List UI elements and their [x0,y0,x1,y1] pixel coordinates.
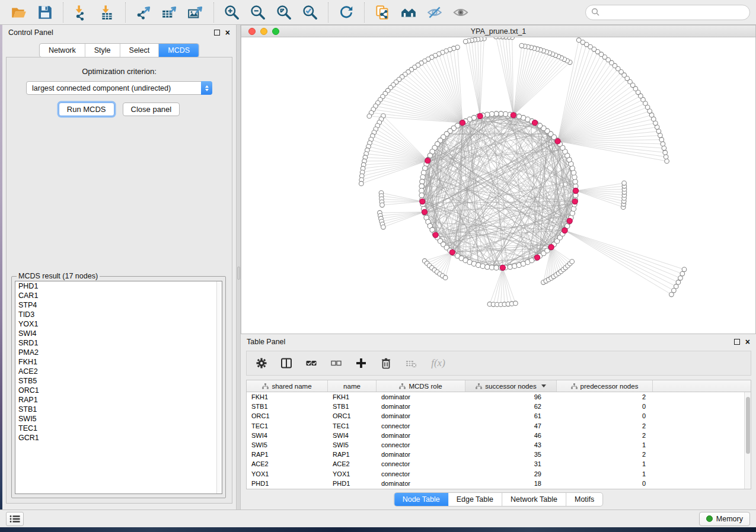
splitter-grip-icon[interactable] [237,267,240,280]
network-hub-node[interactable] [425,158,430,164]
column-header-successor-nodes[interactable]: successor nodes [465,380,557,392]
network-node[interactable] [572,175,577,180]
run-mcds-button[interactable]: Run MCDS [59,102,114,116]
mcds-result-scrollbar[interactable] [216,281,222,493]
network-node[interactable] [672,289,677,293]
import-network-button[interactable] [68,1,94,24]
table-row[interactable]: YOX1YOX1connector291 [247,469,744,479]
clone-network-button[interactable] [369,1,395,24]
network-canvas[interactable] [241,37,755,334]
network-node[interactable] [573,179,578,184]
network-node[interactable] [499,111,503,116]
select-all-columns-button[interactable] [304,355,319,371]
network-node[interactable] [485,264,490,269]
mcds-result-item[interactable]: TEC1 [15,424,222,433]
network-hub-node[interactable] [572,199,578,204]
table-row[interactable]: FKH1FKH1dominator962 [247,392,744,402]
network-node[interactable] [443,275,448,280]
network-node[interactable] [420,179,425,184]
tab-node-table[interactable]: Node Table [394,493,448,506]
export-network-button[interactable] [130,1,157,24]
first-neighbors-button[interactable] [395,1,422,24]
network-node[interactable] [463,39,468,44]
network-node[interactable] [674,284,679,289]
close-panel-icon[interactable]: × [225,30,230,36]
table-scrollbar[interactable] [744,392,751,489]
column-header-MCDS-role[interactable]: MCDS role [377,380,465,392]
hide-selected-button[interactable] [422,1,448,24]
network-node[interactable] [419,184,424,188]
table-row[interactable]: SWI4SWI4dominator462 [247,431,744,440]
float-table-panel-icon[interactable] [734,339,740,345]
tab-network-table[interactable]: Network Table [502,493,566,506]
mcds-result-item[interactable]: STB5 [15,376,222,386]
mcds-result-item[interactable]: TID3 [15,310,222,319]
network-view-titlebar[interactable]: YPA_prune.txt_1 [241,25,755,37]
mcds-result-item[interactable]: SRD1 [15,338,222,348]
mcds-result-list[interactable]: PHD1CAR1STP4TID3YOX1SWI4SRD1PMA2FKH1ACE2… [15,281,222,494]
column-header-shared-name[interactable]: shared name [247,380,328,392]
network-node[interactable] [513,301,518,306]
mcds-result-item[interactable]: YOX1 [15,319,222,329]
network-node[interactable] [665,159,669,164]
network-hub-node[interactable] [548,245,554,250]
zoom-selected-button[interactable] [297,1,323,24]
mcds-result-item[interactable]: ORC1 [15,386,222,395]
tab-edge-table[interactable]: Edge Table [448,493,502,506]
network-node[interactable] [489,111,494,116]
network-node[interactable] [659,137,664,142]
table-row[interactable]: ACE2ACE2connector311 [247,459,744,469]
mcds-result-item[interactable]: RAP1 [15,395,222,405]
zoom-in-button[interactable] [219,1,245,24]
save-session-button[interactable] [32,1,58,24]
close-panel-button[interactable]: Close panel [123,102,180,116]
tab-network[interactable]: Network [40,44,85,57]
table-row[interactable]: PHD1PHD1dominator180 [247,479,744,488]
network-node[interactable] [519,43,524,48]
tab-motifs[interactable]: Motifs [566,493,602,506]
export-image-button[interactable] [183,1,209,24]
table-row[interactable]: RAP1RAP1dominator352 [247,450,744,459]
search-box[interactable] [585,5,750,20]
network-hub-node[interactable] [420,199,425,204]
network-node[interactable] [570,259,575,264]
task-history-button[interactable] [6,512,24,526]
network-node[interactable] [622,181,627,185]
network-hub-node[interactable] [422,209,427,214]
mcds-result-item[interactable]: STB1 [15,405,222,414]
network-hub-node[interactable] [555,139,560,144]
import-table-button[interactable] [94,1,120,24]
deselect-all-columns-button[interactable] [328,355,344,371]
delete-column-button[interactable] [378,355,394,371]
tab-style[interactable]: Style [85,44,120,57]
network-hub-node[interactable] [433,232,438,238]
network-node[interactable] [571,206,576,211]
float-panel-icon[interactable] [214,30,220,36]
network-hub-node[interactable] [511,113,516,118]
network-node[interactable] [662,146,666,150]
network-node[interactable] [485,112,490,117]
network-hub-node[interactable] [449,249,455,255]
network-hub-node[interactable] [562,227,567,233]
function-builder-button[interactable]: f(x) [428,355,448,371]
delete-table-button[interactable] [403,355,419,371]
network-node[interactable] [420,175,425,180]
mcds-result-item[interactable]: CAR1 [15,291,222,300]
column-header-name[interactable]: name [328,380,377,392]
network-node[interactable] [576,38,581,43]
network-node[interactable] [508,264,512,269]
network-node[interactable] [664,155,668,159]
network-node[interactable] [494,265,499,270]
network-node[interactable] [663,150,668,155]
network-hub-node[interactable] [532,120,537,126]
table-settings-button[interactable] [254,355,269,371]
zoom-out-button[interactable] [245,1,271,24]
network-node[interactable] [678,276,683,281]
network-node[interactable] [421,170,426,175]
column-view-button[interactable] [279,355,294,371]
network-hub-node[interactable] [477,113,483,118]
mcds-result-item[interactable]: FKH1 [15,357,222,367]
table-row[interactable]: STB1STB1dominator620 [247,402,744,411]
open-session-button[interactable] [6,1,32,24]
mcds-result-item[interactable]: PMA2 [15,348,222,357]
